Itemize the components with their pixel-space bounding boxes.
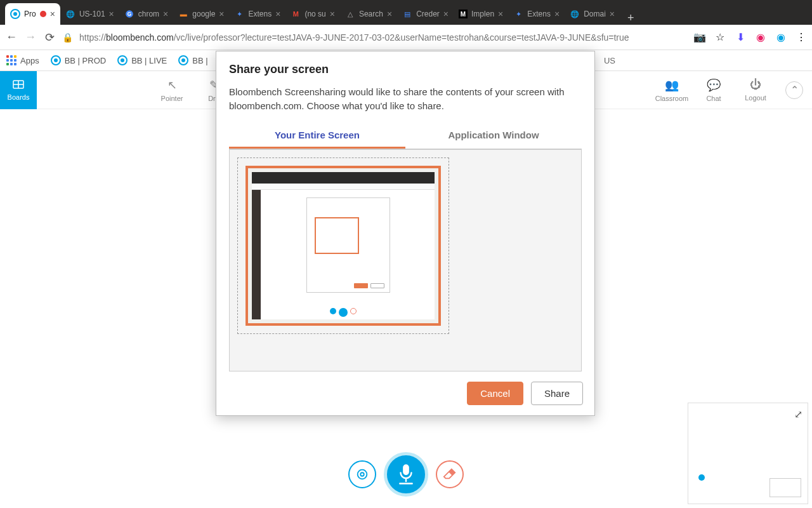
browser-tab[interactable]: MImplen×: [454, 3, 508, 25]
gmail-favicon: M: [291, 9, 301, 19]
close-icon[interactable]: ×: [443, 9, 449, 19]
logout-tool[interactable]: ⏻ Logout: [735, 71, 776, 109]
browser-tab[interactable]: M(no su×: [285, 3, 340, 25]
svg-rect-5: [403, 465, 408, 474]
svg-text:G: G: [128, 11, 131, 17]
eraser-button[interactable]: [436, 460, 464, 488]
favicon: 🌐: [65, 9, 75, 19]
bloombench-favicon: [10, 9, 20, 19]
browser-tab[interactable]: 🌐Domai×: [565, 3, 620, 25]
pointer-tool[interactable]: ↖ Pointer: [151, 71, 193, 109]
close-icon[interactable]: ×: [498, 9, 503, 19]
lock-icon[interactable]: 🔒: [62, 32, 73, 43]
browser-tab[interactable]: Gchrom×: [119, 3, 174, 25]
eraser-icon: [443, 467, 457, 481]
reload-button[interactable]: ⟳: [43, 31, 56, 44]
bookmark-item[interactable]: BB | PROD: [51, 55, 107, 65]
close-icon[interactable]: ×: [109, 9, 114, 19]
back-button[interactable]: ←: [5, 31, 18, 44]
extension-favicon: ✦: [235, 9, 245, 19]
call-controls: [348, 452, 464, 497]
svg-point-3: [358, 470, 367, 479]
modal-description: Bloombench Screensharing would like to s…: [229, 85, 582, 113]
docs-favicon: ▤: [402, 9, 412, 19]
pointer-icon: ↖: [167, 78, 177, 92]
screen-option[interactable]: [237, 157, 449, 334]
tab-title: Pro: [24, 10, 36, 18]
close-icon[interactable]: ×: [610, 9, 615, 19]
boards-icon: [12, 79, 25, 91]
close-icon[interactable]: ×: [554, 9, 560, 19]
chat-tool[interactable]: 💬 Chat: [693, 71, 735, 109]
apps-shortcut[interactable]: Apps: [6, 55, 39, 65]
camera-icon: [355, 467, 369, 481]
browser-tab[interactable]: ▤Creder×: [397, 3, 454, 25]
close-icon[interactable]: ×: [330, 9, 335, 19]
recording-indicator-icon: [40, 11, 46, 17]
bookmark-item[interactable]: BB |: [178, 55, 207, 65]
camera-button[interactable]: [348, 460, 376, 488]
new-tab-button[interactable]: +: [620, 11, 642, 25]
browser-tab-active[interactable]: Pro ×: [5, 3, 60, 25]
screen-thumbnail: [246, 166, 441, 326]
camera-indicator-icon[interactable]: 📷: [694, 32, 705, 43]
modal-tabs: Your Entire Screen Application Window: [229, 123, 582, 149]
cancel-button[interactable]: Cancel: [467, 382, 523, 405]
browser-tab[interactable]: 🌐US-101×: [60, 3, 119, 25]
bloombench-icon: [178, 55, 188, 65]
google-favicon: G: [124, 9, 134, 19]
extension-icon[interactable]: ◉: [755, 32, 766, 43]
participant-indicator: [698, 474, 705, 481]
close-icon[interactable]: ×: [163, 9, 168, 19]
browser-tab[interactable]: ✦Extens×: [508, 3, 565, 25]
close-icon[interactable]: ×: [50, 9, 55, 19]
svg-point-4: [360, 472, 364, 476]
chrome-menu-icon[interactable]: ⋮: [796, 32, 807, 43]
bookmark-star-icon[interactable]: ☆: [714, 32, 726, 43]
url-field[interactable]: https://bloombench.com/vc/live/professor…: [79, 32, 688, 43]
people-icon: 👥: [665, 78, 679, 92]
tab-application-window[interactable]: Application Window: [405, 123, 582, 149]
share-screen-modal: Share your screen Bloombench Screenshari…: [216, 51, 595, 416]
expand-icon[interactable]: ⤢: [794, 408, 802, 420]
modal-title: Share your screen: [229, 63, 582, 76]
drive-favicon: △: [345, 9, 355, 19]
extension-favicon: ✦: [513, 9, 523, 19]
share-button[interactable]: Share: [531, 382, 583, 405]
close-icon[interactable]: ×: [219, 9, 224, 19]
close-icon[interactable]: ×: [275, 9, 280, 19]
bloombench-icon: [117, 55, 128, 65]
chat-icon: 💬: [707, 78, 721, 92]
classroom-tool[interactable]: 👥 Classroom: [651, 71, 693, 109]
extension-icon[interactable]: ◉: [775, 32, 787, 43]
modal-footer: Cancel Share: [216, 371, 594, 415]
close-icon[interactable]: ×: [387, 9, 392, 19]
bloombench-icon: [51, 55, 61, 65]
microphone-icon: [396, 464, 416, 485]
bookmark-item[interactable]: BB | LIVE: [117, 55, 167, 65]
self-video-thumbnail[interactable]: [769, 478, 801, 497]
collapse-button[interactable]: ⌃: [785, 81, 803, 99]
screen-preview-area: [229, 149, 582, 371]
tab-entire-screen[interactable]: Your Entire Screen: [229, 123, 405, 149]
browser-tab[interactable]: ✦Extens×: [230, 3, 286, 25]
extension-icon[interactable]: ⬇: [735, 32, 746, 43]
medium-favicon: M: [459, 10, 468, 18]
address-bar: ← → ⟳ 🔒 https://bloombench.com/vc/live/p…: [0, 25, 812, 50]
boards-tool[interactable]: Boards: [0, 71, 37, 109]
status-text: US: [604, 56, 806, 65]
stackoverflow-favicon: ▬: [178, 9, 188, 19]
browser-tab[interactable]: ▬google×: [173, 3, 229, 25]
participants-panel: ⤢: [688, 403, 808, 504]
microphone-button[interactable]: [384, 452, 428, 497]
favicon: 🌐: [570, 9, 580, 19]
apps-grid-icon: [6, 55, 16, 65]
forward-button[interactable]: →: [24, 31, 37, 44]
power-icon: ⏻: [750, 78, 761, 91]
browser-tab[interactable]: △Search×: [340, 3, 397, 25]
browser-tab-strip: Pro × 🌐US-101× Gchrom× ▬google× ✦Extens×…: [0, 0, 812, 25]
